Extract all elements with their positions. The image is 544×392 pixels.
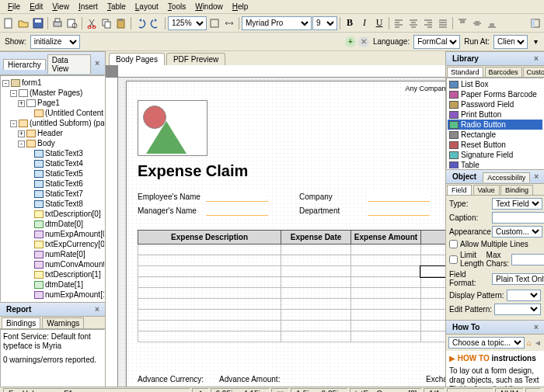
library-item[interactable]: Password Field	[448, 99, 542, 109]
align-left-icon[interactable]	[392, 16, 406, 30]
menu-view[interactable]: View	[47, 1, 74, 12]
expander-icon[interactable]: -	[18, 140, 25, 147]
menu-insert[interactable]: Insert	[74, 1, 103, 12]
bindings-tab[interactable]: Bindings	[2, 317, 40, 328]
limit-length-checkbox[interactable]	[449, 255, 458, 264]
table-row[interactable]	[138, 299, 446, 310]
library-item[interactable]: List Box	[448, 79, 542, 89]
bold-icon[interactable]: B	[343, 16, 357, 30]
type-select[interactable]: Text Field	[492, 198, 542, 210]
table-row[interactable]	[138, 255, 446, 266]
library-item[interactable]: Table	[448, 160, 542, 169]
caption-input[interactable]	[492, 212, 544, 224]
accessibility-tab[interactable]: Accessibility	[483, 172, 530, 182]
script-options-icon[interactable]: ▾	[528, 35, 542, 49]
field-format-select[interactable]: Plain Text Only	[492, 273, 544, 285]
zoom-fit-icon[interactable]	[207, 16, 221, 30]
zoom-combo[interactable]: 125%	[168, 16, 207, 30]
tree-node[interactable]: numRate[0]	[2, 249, 103, 259]
tree-node[interactable]: dtmDate[1]	[2, 279, 103, 290]
show-combo[interactable]: initialize	[30, 35, 80, 49]
redo-icon[interactable]	[148, 16, 162, 30]
object-tab-value[interactable]: Value	[473, 185, 500, 195]
table-row[interactable]	[138, 331, 446, 342]
menu-file[interactable]: File	[3, 1, 25, 12]
object-tab-binding[interactable]: Binding	[500, 185, 533, 195]
close-icon[interactable]: ×	[532, 323, 541, 332]
canvas[interactable]: Any Company Inc. Expense Claim Employee'…	[106, 65, 445, 387]
display-pattern-select[interactable]	[507, 290, 541, 301]
tree-node[interactable]: StaticText8	[2, 199, 103, 209]
align-justify-icon[interactable]	[436, 16, 450, 30]
tree-node[interactable]: txtDescription[1]	[2, 269, 103, 279]
tree-node[interactable]: +Page1	[2, 98, 103, 108]
form-page[interactable]: Any Company Inc. Expense Claim Employee'…	[126, 81, 445, 387]
appearance-select[interactable]: Custom...	[492, 226, 542, 238]
align-right-icon[interactable]	[421, 16, 435, 30]
close-icon[interactable]: ×	[532, 54, 541, 64]
company-field[interactable]	[368, 191, 430, 202]
library-item[interactable]: Reset Button	[448, 140, 542, 150]
undo-icon[interactable]	[134, 16, 148, 30]
tree-node[interactable]: StaticText4	[2, 158, 103, 168]
tree-node[interactable]: StaticText7	[2, 189, 103, 199]
table-row[interactable]	[138, 266, 446, 277]
close-icon[interactable]: ×	[92, 59, 102, 68]
copy-icon[interactable]	[99, 16, 113, 30]
hierarchy-tree[interactable]: -form1-(Master Pages)+Page1(Untitled Con…	[0, 75, 105, 302]
open-icon[interactable]	[16, 16, 30, 30]
tree-node[interactable]: +Header	[2, 128, 103, 138]
library-item[interactable]: Radio Button	[448, 120, 542, 130]
preview-icon[interactable]	[65, 16, 79, 30]
tree-node[interactable]: StaticText6	[2, 179, 103, 189]
font-size-combo[interactable]: 9	[312, 16, 337, 30]
max-chars-input[interactable]	[511, 254, 544, 265]
howto-topic-select[interactable]: Choose a topic...	[448, 337, 525, 349]
library-item[interactable]: Print Button	[448, 109, 542, 120]
save-icon[interactable]	[31, 16, 45, 30]
tree-node[interactable]: txtExpCurrency[0]	[2, 239, 103, 249]
library-item[interactable]: Paper Forms Barcode	[448, 89, 542, 99]
employee-name-field[interactable]	[206, 191, 268, 202]
tree-node[interactable]: -(untitled Subform) (page 1)	[2, 118, 103, 128]
menu-layout[interactable]: Layout	[131, 1, 163, 12]
tree-node[interactable]: StaticText5	[2, 168, 103, 179]
menu-tools[interactable]: Tools	[163, 1, 190, 12]
expense-table[interactable]: Expense Description Expense Date Expense…	[138, 230, 445, 342]
warnings-tab[interactable]: Warnings	[42, 317, 84, 328]
paste-icon[interactable]	[114, 16, 128, 30]
library-list[interactable]: List BoxPaper Forms BarcodePassword Fiel…	[446, 78, 544, 169]
manager-name-field[interactable]	[206, 205, 268, 216]
italic-icon[interactable]: I	[357, 16, 371, 30]
expander-icon[interactable]: -	[2, 80, 9, 87]
table-row[interactable]	[138, 310, 446, 321]
print-icon[interactable]	[51, 16, 65, 30]
valign-bottom-icon[interactable]	[485, 16, 499, 30]
menu-table[interactable]: Table	[103, 1, 131, 12]
library-tab-custom[interactable]: Custom	[523, 67, 544, 77]
menu-window[interactable]: Window	[190, 1, 228, 12]
tree-node[interactable]: -Body	[2, 138, 103, 148]
menu-help[interactable]: Help	[228, 1, 253, 12]
language-combo[interactable]: FormCalc	[413, 35, 460, 49]
font-combo[interactable]: Myriad Pro	[242, 16, 312, 30]
expander-icon[interactable]: +	[18, 100, 25, 107]
tree-node[interactable]: StaticText3	[2, 148, 103, 158]
menu-edit[interactable]: Edit	[25, 1, 47, 12]
expander-icon[interactable]: +	[18, 130, 25, 137]
tree-node[interactable]: numConvAmount[0]	[2, 259, 103, 269]
tree-node[interactable]: -form1	[2, 78, 103, 88]
script-add-icon[interactable]: +	[345, 36, 356, 47]
library-item[interactable]: Rectangle	[448, 130, 542, 140]
library-tab-standard[interactable]: Standard	[447, 67, 483, 77]
body-pages-tab[interactable]: Body Pages	[109, 53, 165, 65]
object-tab-field[interactable]: Field	[447, 185, 472, 195]
hierarchy-tab[interactable]: Hierarchy	[3, 59, 46, 70]
tree-node[interactable]: numExpAmount[1]	[2, 290, 103, 300]
runat-combo[interactable]: Client	[493, 35, 528, 49]
expander-icon[interactable]: -	[10, 90, 17, 97]
valign-middle-icon[interactable]	[470, 16, 484, 30]
tree-node[interactable]: (Untitled Content Area	[2, 108, 103, 118]
tree-node[interactable]: numExpAmount[0]	[2, 229, 103, 239]
department-field[interactable]	[368, 205, 430, 216]
